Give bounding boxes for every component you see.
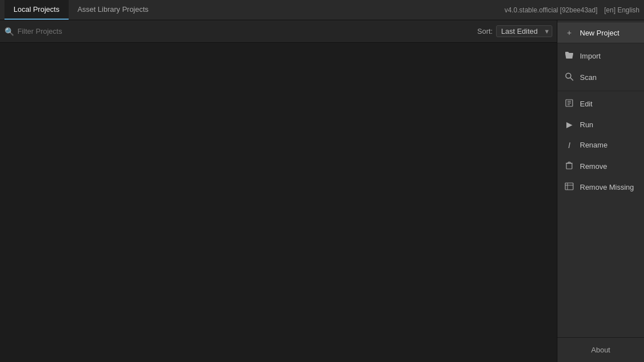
new-project-button[interactable]: + New Project	[557, 23, 644, 43]
run-button[interactable]: ▶ Run	[557, 114, 644, 135]
edit-icon	[564, 99, 574, 109]
tab-local-label: Local Projects	[13, 5, 60, 14]
plus-icon: +	[564, 28, 574, 37]
sidebar-footer: About	[557, 337, 644, 362]
tab-asset-library[interactable]: Asset Library Projects	[69, 0, 157, 20]
folder-open-icon	[564, 51, 574, 61]
sidebar: + New Project Import	[557, 20, 644, 362]
project-list	[0, 43, 557, 362]
remove-missing-label: Remove Missing	[580, 183, 634, 191]
filter-projects-input[interactable]	[17, 27, 473, 35]
run-label: Run	[580, 120, 593, 129]
filter-search-icon: 🔍	[4, 27, 14, 36]
scan-button[interactable]: Scan	[557, 66, 644, 88]
about-button[interactable]: About	[557, 340, 644, 360]
remove-missing-button[interactable]: Remove Missing	[557, 177, 644, 198]
sidebar-divider-1	[557, 91, 644, 91]
filter-input-wrap: 🔍	[4, 27, 473, 36]
rename-icon: I	[564, 140, 574, 150]
edit-label: Edit	[580, 100, 592, 108]
sort-area: Sort: Last Edited Name Date ▾	[478, 25, 552, 37]
version-language-area: v4.0.stable.official [92bee43ad] [en] En…	[505, 6, 640, 14]
remove-missing-icon	[564, 182, 574, 192]
tab-local-projects[interactable]: Local Projects	[4, 0, 69, 20]
import-button[interactable]: Import	[557, 46, 644, 66]
trash-icon	[564, 161, 574, 171]
language-selector[interactable]: [en] English	[604, 6, 640, 14]
sort-select[interactable]: Last Edited Name Date	[496, 25, 552, 37]
edit-button[interactable]: Edit	[557, 93, 644, 114]
content-area: 🔍 Sort: Last Edited Name Date ▾	[0, 20, 644, 362]
svg-rect-6	[566, 163, 572, 169]
scan-label: Scan	[580, 73, 597, 82]
main-panel: 🔍 Sort: Last Edited Name Date ▾	[0, 20, 557, 362]
sidebar-buttons: + New Project Import	[557, 20, 644, 337]
rename-label: Rename	[580, 141, 607, 149]
remove-button[interactable]: Remove	[557, 155, 644, 177]
import-label: Import	[580, 52, 601, 60]
remove-label: Remove	[580, 162, 607, 171]
sort-label: Sort:	[478, 27, 493, 35]
svg-line-1	[570, 78, 573, 81]
filter-bar: 🔍 Sort: Last Edited Name Date ▾	[0, 20, 557, 43]
tabs: Local Projects Asset Library Projects	[4, 0, 157, 20]
svg-rect-11	[565, 183, 573, 190]
scan-search-icon	[564, 72, 574, 83]
version-text: v4.0.stable.official [92bee43ad]	[505, 6, 597, 14]
new-project-label: New Project	[580, 29, 619, 37]
about-label: About	[591, 346, 610, 354]
tab-asset-label: Asset Library Projects	[78, 5, 148, 14]
rename-button[interactable]: I Rename	[557, 135, 644, 155]
top-bar: Local Projects Asset Library Projects v4…	[0, 0, 644, 20]
play-icon: ▶	[564, 120, 574, 129]
svg-point-0	[566, 73, 571, 78]
sort-select-wrap: Last Edited Name Date ▾	[496, 25, 552, 37]
